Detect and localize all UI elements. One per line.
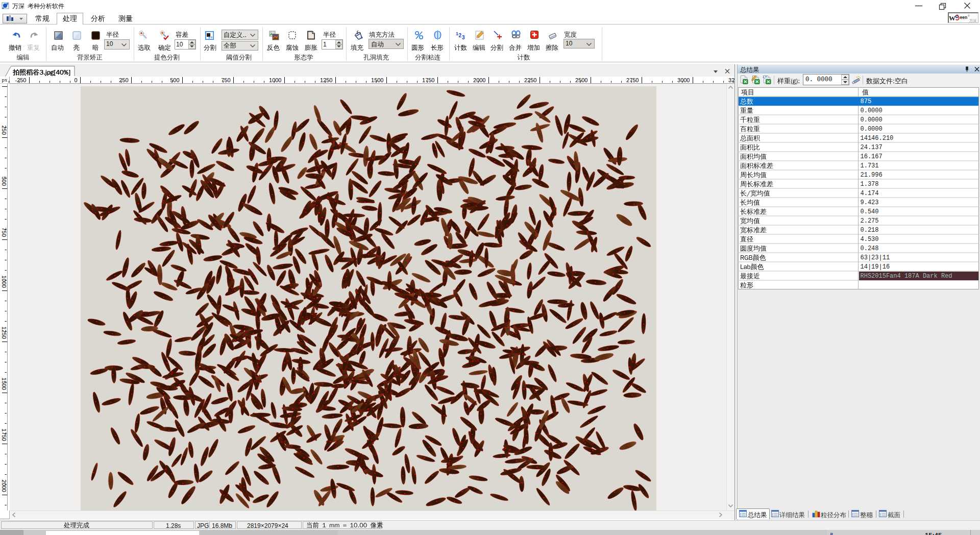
svg-text:2750: 2750 — [626, 77, 639, 83]
svg-text:750: 750 — [1, 228, 7, 237]
svg-text:2500: 2500 — [575, 77, 587, 83]
svg-text:1: 1 — [456, 31, 458, 36]
svg-text:1500: 1500 — [1, 378, 7, 390]
svg-text:2250: 2250 — [524, 77, 536, 83]
svg-text:3000: 3000 — [677, 77, 690, 83]
svg-text:1250: 1250 — [1, 327, 7, 339]
svg-text:1000: 1000 — [1, 276, 7, 288]
svg-text:2000: 2000 — [1, 480, 7, 492]
svg-text:250: 250 — [1, 126, 7, 135]
svg-text:1250: 1250 — [320, 77, 332, 83]
svg-text:3: 3 — [462, 35, 465, 40]
svg-text:1750: 1750 — [422, 77, 434, 83]
svg-text:250: 250 — [119, 77, 128, 83]
svg-text:750: 750 — [221, 77, 230, 83]
svg-text:1500: 1500 — [371, 77, 383, 83]
svg-text:0: 0 — [74, 77, 77, 83]
svg-text:500: 500 — [170, 77, 179, 83]
svg-text:500: 500 — [1, 177, 7, 186]
svg-text:1750: 1750 — [1, 429, 7, 441]
svg-text:W: W — [949, 14, 955, 22]
svg-text:2000: 2000 — [473, 77, 485, 83]
svg-text:2: 2 — [459, 33, 462, 38]
svg-text:®: ® — [968, 14, 970, 17]
svg-text:-250: -250 — [15, 77, 26, 83]
svg-text:1000: 1000 — [269, 77, 281, 83]
svg-text:een: een — [960, 15, 968, 20]
